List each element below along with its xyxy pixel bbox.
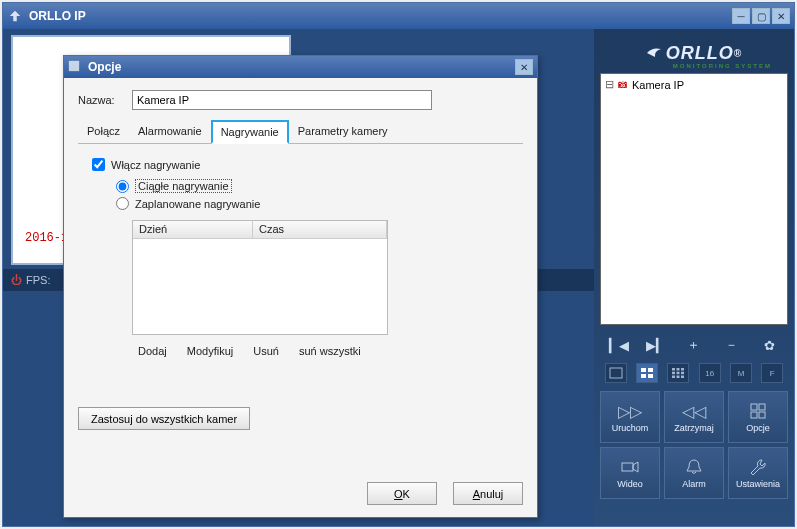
svg-rect-7 <box>677 368 680 371</box>
dialog-title: Opcje <box>88 60 515 74</box>
tab-recording[interactable]: Nagrywanie <box>211 120 289 144</box>
schedule-modify[interactable]: Modyfikuj <box>187 345 233 357</box>
options-icon <box>748 401 768 421</box>
layout-buttons: 16 M F <box>600 359 788 387</box>
continuous-label: Ciągłe nagrywanie <box>135 179 232 193</box>
svg-rect-3 <box>648 368 653 372</box>
play-icon: ▷▷ <box>620 401 640 421</box>
fps-label: FPS: <box>26 274 50 286</box>
minimize-button[interactable]: ─ <box>732 8 750 24</box>
schedule-remove-all[interactable]: suń wszystki <box>299 345 361 357</box>
tab-alarm[interactable]: Alarmowanie <box>129 120 211 143</box>
svg-rect-5 <box>648 374 653 378</box>
device-tree[interactable]: ⊟ 📷︎ Kamera IP <box>600 73 788 325</box>
svg-rect-16 <box>759 404 765 410</box>
tab-connect[interactable]: Połącz <box>78 120 129 143</box>
action-stop[interactable]: ◁◁ Zatrzymaj <box>664 391 724 443</box>
continuous-radio[interactable] <box>116 180 129 193</box>
svg-rect-2 <box>641 368 646 372</box>
name-input[interactable] <box>132 90 432 110</box>
svg-rect-9 <box>672 372 675 375</box>
apply-all-button[interactable]: Zastosuj do wszystkich kamer <box>78 407 250 430</box>
dialog-close-button[interactable]: ✕ <box>515 59 533 75</box>
col-time: Czas <box>253 221 387 238</box>
hawk-icon <box>646 45 662 61</box>
side-panel: ORLLO ® MONITORING SYSTEM ⊟ 📷︎ Kamera IP… <box>594 29 794 526</box>
svg-rect-11 <box>681 372 684 375</box>
layout-4[interactable] <box>636 363 658 383</box>
svg-rect-10 <box>677 372 680 375</box>
cancel-button[interactable]: Anuluj <box>453 482 523 505</box>
playback-controls: ▎◀ ▶▎ ＋ － ✿ <box>600 331 788 359</box>
action-options[interactable]: Opcje <box>728 391 788 443</box>
name-label: Nazwa: <box>78 94 124 106</box>
enable-recording-checkbox[interactable] <box>92 158 105 171</box>
dialog-titlebar[interactable]: Opcje ✕ <box>64 56 537 78</box>
schedule-remove[interactable]: Usuń <box>253 345 279 357</box>
wrench-icon <box>748 457 768 477</box>
video-icon <box>620 457 640 477</box>
camera-icon: 📷︎ <box>618 79 628 90</box>
col-day: Dzień <box>133 221 253 238</box>
svg-rect-14 <box>681 376 684 379</box>
brand-subtitle: MONITORING SYSTEM <box>673 63 772 69</box>
svg-rect-4 <box>641 374 646 378</box>
svg-rect-17 <box>751 412 757 418</box>
prev-icon[interactable]: ▎◀ <box>609 335 629 355</box>
svg-rect-13 <box>677 376 680 379</box>
options-dialog: Opcje ✕ Nazwa: Połącz Alarmowanie Nagryw… <box>63 55 538 518</box>
svg-rect-12 <box>672 376 675 379</box>
video-timestamp: 2016-1 <box>25 231 68 245</box>
layout-f[interactable]: F <box>761 363 783 383</box>
add-icon[interactable]: ＋ <box>684 335 704 355</box>
dialog-icon <box>68 60 82 74</box>
svg-rect-6 <box>672 368 675 371</box>
svg-rect-1 <box>610 368 622 378</box>
tree-item-camera[interactable]: ⊟ 📷︎ Kamera IP <box>605 78 783 91</box>
stop-icon: ◁◁ <box>684 401 704 421</box>
action-settings[interactable]: Ustawienia <box>728 447 788 499</box>
action-alarm[interactable]: Alarm <box>664 447 724 499</box>
action-grid: ▷▷ Uruchom ◁◁ Zatrzymaj Opcje <box>600 391 788 499</box>
enable-recording-label: Włącz nagrywanie <box>111 159 200 171</box>
main-window: ORLLO IP ─ ▢ ✕ 2016-1 ⏻ FPS: <box>2 2 795 527</box>
video-area: 2016-1 ⏻ FPS: Opcje ✕ <box>3 29 594 526</box>
main-titlebar[interactable]: ORLLO IP ─ ▢ ✕ <box>3 3 794 29</box>
app-icon <box>7 8 23 24</box>
scheduled-radio[interactable] <box>116 197 129 210</box>
registered-mark: ® <box>734 48 742 59</box>
svg-rect-15 <box>751 404 757 410</box>
remove-icon[interactable]: － <box>722 335 742 355</box>
tree-item-label: Kamera IP <box>632 79 684 91</box>
scheduled-label: Zaplanowane nagrywanie <box>135 198 260 210</box>
bell-icon <box>684 457 704 477</box>
power-icon: ⏻ <box>11 274 22 286</box>
close-button[interactable]: ✕ <box>772 8 790 24</box>
layout-16[interactable]: 16 <box>699 363 721 383</box>
tab-params[interactable]: Parametry kamery <box>289 120 397 143</box>
svg-rect-18 <box>759 412 765 418</box>
schedule-table[interactable]: Dzień Czas <box>132 220 388 335</box>
dialog-tabs: Połącz Alarmowanie Nagrywanie Parametry … <box>78 120 523 144</box>
app-title: ORLLO IP <box>29 9 732 23</box>
svg-rect-8 <box>681 368 684 371</box>
layout-m[interactable]: M <box>730 363 752 383</box>
ok-button[interactable]: OK <box>367 482 437 505</box>
action-video[interactable]: Wideo <box>600 447 660 499</box>
layout-9[interactable] <box>667 363 689 383</box>
svg-rect-19 <box>622 463 633 471</box>
action-run[interactable]: ▷▷ Uruchom <box>600 391 660 443</box>
maximize-button[interactable]: ▢ <box>752 8 770 24</box>
layout-1[interactable] <box>605 363 627 383</box>
brand-logo: ORLLO ® MONITORING SYSTEM <box>600 33 788 73</box>
next-icon[interactable]: ▶▎ <box>646 335 666 355</box>
svg-rect-0 <box>69 61 79 71</box>
schedule-add[interactable]: Dodaj <box>138 345 167 357</box>
tree-connector-icon: ⊟ <box>605 78 614 91</box>
gear-icon[interactable]: ✿ <box>759 335 779 355</box>
